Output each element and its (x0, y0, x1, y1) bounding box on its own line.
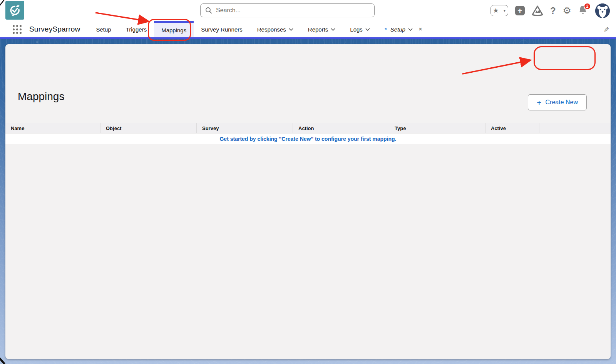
column-header-action[interactable]: Action (293, 123, 389, 133)
page-title: Mappings (18, 90, 64, 103)
table-header-row: Name Object Survey Action Type Active (5, 123, 611, 134)
avatar-bear-icon (595, 3, 610, 18)
column-header-name[interactable]: Name (5, 123, 100, 133)
tab-logs[interactable]: Logs (343, 21, 377, 37)
column-header-actions-empty (539, 123, 611, 133)
tab-mappings[interactable]: Mappings (154, 21, 194, 37)
header-icon-cluster: ★ ▾ + ? ⚙ 2 (490, 0, 610, 21)
close-tab-icon[interactable]: × (418, 25, 422, 33)
surveysparrow-logo[interactable] (5, 1, 24, 20)
nav-tabs: Setup Triggers Mappings Survey Runners R… (89, 21, 429, 37)
create-new-button[interactable]: + Create New (528, 94, 587, 110)
page-background: Mappings + Create New Name Object Survey… (0, 39, 616, 364)
global-search[interactable]: Search... (200, 3, 375, 17)
plus-icon: + (537, 99, 541, 107)
chevron-down-icon[interactable] (365, 28, 370, 31)
global-header: Search... ★ ▾ + ? ⚙ 2 (0, 0, 616, 21)
empty-state-row: Get started by clicking "Create New" to … (5, 134, 611, 144)
trailhead-icon[interactable] (532, 5, 543, 16)
search-icon (205, 7, 212, 14)
plus-icon: + (517, 7, 522, 15)
tab-triggers[interactable]: Triggers (119, 21, 154, 37)
app-launcher-waffle-icon[interactable] (13, 25, 22, 34)
column-header-active[interactable]: Active (485, 123, 539, 133)
column-header-type[interactable]: Type (389, 123, 485, 133)
favorite-star-icon[interactable]: ★ (491, 5, 501, 16)
tab-reports[interactable]: Reports (301, 21, 343, 37)
notification-count-badge: 2 (584, 3, 591, 10)
mappings-table: Name Object Survey Action Type Active Ge… (5, 123, 611, 144)
edit-nav-pencil-icon[interactable]: ✎ (604, 26, 609, 34)
column-header-survey[interactable]: Survey (197, 123, 293, 133)
empty-state-message: Get started by clicking "Create New" to … (219, 136, 396, 142)
search-placeholder: Search... (216, 7, 241, 14)
app-name[interactable]: SurveySparrow (29, 25, 80, 33)
app-nav-bar: SurveySparrow Setup Triggers Mappings Su… (0, 21, 616, 39)
chevron-down-icon[interactable] (408, 28, 413, 31)
tab-survey-runners[interactable]: Survey Runners (194, 21, 250, 37)
chevron-down-icon[interactable] (331, 28, 335, 31)
help-icon[interactable]: ? (550, 5, 556, 16)
quick-add-button[interactable]: + (515, 6, 525, 15)
tab-setup-temporary[interactable]: * Setup × (377, 21, 430, 37)
unsaved-asterisk: * (385, 26, 387, 33)
settings-gear-icon[interactable]: ⚙ (563, 6, 571, 15)
column-header-object[interactable]: Object (100, 123, 197, 133)
tab-setup[interactable]: Setup (89, 21, 118, 37)
favorites-dropdown-icon[interactable]: ▾ (501, 5, 508, 16)
tab-responses[interactable]: Responses (250, 21, 301, 37)
chevron-down-icon[interactable] (289, 28, 293, 31)
favorites-button-group[interactable]: ★ ▾ (490, 5, 508, 16)
user-avatar[interactable] (595, 3, 610, 18)
notifications-bell[interactable]: 2 (578, 5, 588, 17)
mappings-panel: Mappings + Create New (5, 44, 611, 359)
create-new-label: Create New (546, 99, 578, 106)
surveysparrow-bird-icon (8, 4, 22, 17)
